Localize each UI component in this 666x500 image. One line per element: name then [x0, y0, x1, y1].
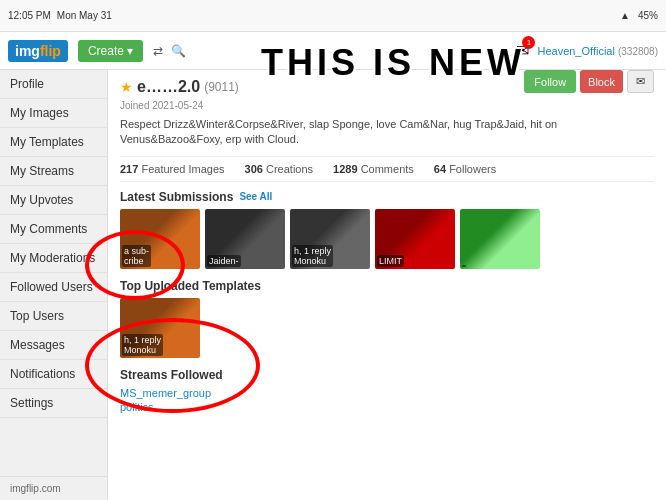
thumb-label-3: h, 1 replyMonoku [292, 245, 333, 267]
stats-row: 217 Featured Images 306 Creations 1289 C… [120, 156, 654, 182]
star-icon: ★ [120, 79, 133, 95]
header-icons: ⇄ 🔍 [153, 44, 186, 58]
templates-row: h, 1 replyMonoku [120, 298, 654, 358]
logo[interactable]: imgflip [8, 40, 68, 62]
sidebar-item-notifications[interactable]: Notifications [0, 360, 107, 389]
block-button[interactable]: Block [580, 70, 623, 93]
streams-title: Streams Followed [120, 368, 654, 382]
chevron-down-icon: ▾ [127, 44, 133, 58]
sidebar-item-profile[interactable]: Profile [0, 70, 107, 99]
thumb-label-2: Jaiden- [207, 255, 241, 267]
thumbnail-1[interactable]: a sub-cribe [120, 209, 200, 269]
sidebar-item-my-comments[interactable]: My Comments [0, 215, 107, 244]
sidebar-item-messages[interactable]: Messages [0, 331, 107, 360]
join-date: Joined 2021-05-24 [120, 100, 654, 111]
sidebar-item-my-templates[interactable]: My Templates [0, 128, 107, 157]
stream-link-1[interactable]: MS_memer_group [120, 387, 654, 399]
thumb-label-1: a sub-cribe [122, 245, 151, 267]
message-button[interactable]: ✉ [627, 70, 654, 93]
stat-featured: 217 Featured Images [120, 163, 225, 175]
status-bar-right: ▲ 45% [620, 10, 658, 21]
sidebar-footer: imgflip.com [0, 476, 107, 500]
streams-section: Streams Followed MS_memer_group politics [120, 368, 654, 413]
wifi-icon: ▲ [620, 10, 630, 21]
sidebar-item-my-images[interactable]: My Images [0, 99, 107, 128]
mail-icon-wrapper[interactable]: ✉ 1 [516, 41, 529, 60]
status-bar: 12:05 PM Mon May 31 ▲ 45% [0, 0, 666, 32]
thumb-label-4: LIMIT [377, 255, 404, 267]
thumbnails-row: a sub-cribe Jaiden- h, 1 replyMonoku LIM… [120, 209, 654, 269]
create-label: Create [88, 44, 124, 58]
date-display: Mon May 31 [57, 10, 112, 21]
thumbnail-2[interactable]: Jaiden- [205, 209, 285, 269]
sidebar: Profile My Images My Templates My Stream… [0, 70, 108, 500]
sidebar-item-settings[interactable]: Settings [0, 389, 107, 418]
battery-display: 45% [638, 10, 658, 21]
create-button[interactable]: Create ▾ [78, 40, 143, 62]
template-thumb-1[interactable]: h, 1 replyMonoku [120, 298, 200, 358]
thumbnail-4[interactable]: LIMIT [375, 209, 455, 269]
sidebar-item-top-users[interactable]: Top Users [0, 302, 107, 331]
sidebar-item-my-upvotes[interactable]: My Upvotes [0, 186, 107, 215]
mail-badge: 1 [522, 36, 535, 49]
header-username[interactable]: Heaven_Official (332808) [537, 45, 658, 57]
profile-actions: Follow Block ✉ [524, 70, 654, 93]
follow-button[interactable]: Follow [524, 70, 576, 93]
see-all-link[interactable]: See All [239, 191, 272, 202]
profile-points: (9011) [204, 80, 239, 94]
bio-text: Respect Drizz&Winter&Corpse&River, slap … [120, 117, 654, 148]
profile-username: e……2.0 [137, 78, 200, 96]
time-display: 12:05 PM [8, 10, 51, 21]
stat-followers: 64 Followers [434, 163, 496, 175]
main-content: ★ e……2.0 (9011) Follow Block ✉ Joined 20… [108, 70, 666, 500]
search-icon[interactable]: 🔍 [171, 44, 186, 58]
main-layout: Profile My Images My Templates My Stream… [0, 70, 666, 500]
thumb-label-5 [462, 265, 466, 267]
stat-comments: 1289 Comments [333, 163, 414, 175]
sidebar-item-followed-users[interactable]: Followed Users [0, 273, 107, 302]
thumbnail-5[interactable] [460, 209, 540, 269]
top-templates-title: Top Uploaded Templates [120, 279, 654, 293]
main-header: imgflip Create ▾ ⇄ 🔍 ✉ 1 Heaven_Official… [0, 32, 666, 70]
shuffle-icon[interactable]: ⇄ [153, 44, 163, 58]
latest-submissions-title: Latest Submissions [120, 190, 233, 204]
sidebar-item-my-moderations[interactable]: My Moderations [0, 244, 107, 273]
status-bar-left: 12:05 PM Mon May 31 [8, 10, 112, 21]
top-templates-section: Top Uploaded Templates h, 1 replyMonoku [120, 279, 654, 358]
template-label-1: h, 1 replyMonoku [122, 334, 163, 356]
header-right: ✉ 1 Heaven_Official (332808) [516, 41, 658, 60]
latest-submissions-header: Latest Submissions See All [120, 190, 654, 204]
sidebar-wrapper: Profile My Images My Templates My Stream… [0, 70, 107, 500]
stat-creations: 306 Creations [245, 163, 314, 175]
stream-link-2[interactable]: politics [120, 401, 654, 413]
sidebar-item-my-streams[interactable]: My Streams [0, 157, 107, 186]
thumbnail-3[interactable]: h, 1 replyMonoku [290, 209, 370, 269]
